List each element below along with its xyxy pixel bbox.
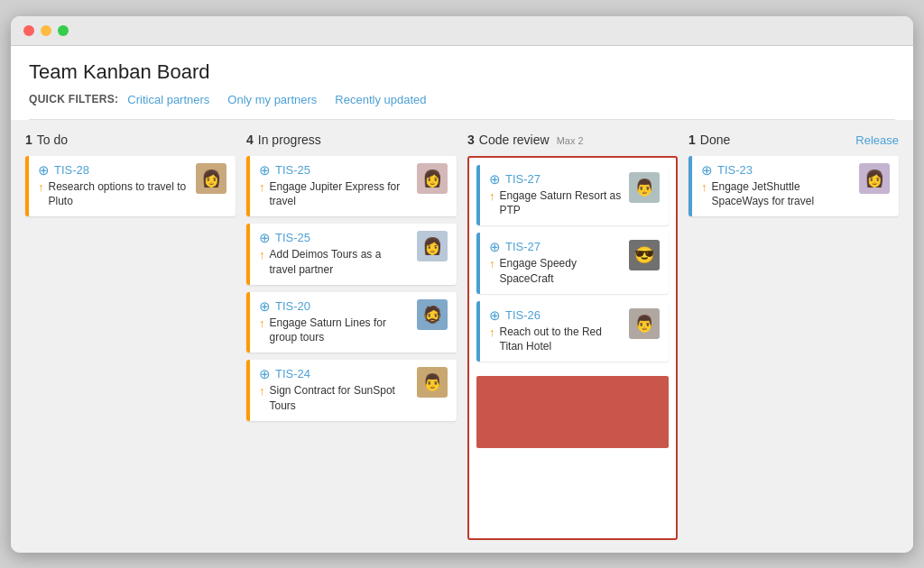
inprogress-count: 4 [246, 133, 254, 147]
card-title: Engage JetShuttle SpaceWays for travel [712, 179, 853, 210]
plus-icon: ⊕ [489, 308, 501, 322]
card-priority: ↑ Add Deimos Tours as a travel partner [259, 247, 410, 278]
card-title: Engage Jupiter Express for travel [270, 179, 411, 210]
card-tis-27a[interactable]: ⊕ TIS-27 ↑ Engage Saturn Resort as PTP 👨 [476, 165, 669, 226]
card-priority: ↑ Engage JetShuttle SpaceWays for travel [701, 179, 852, 210]
plus-icon: ⊕ [489, 240, 501, 253]
codereview-max: Max 2 [557, 135, 584, 146]
card-tis-26[interactable]: ⊕ TIS-26 ↑ Reach out to the Red Titan Ho… [476, 301, 669, 362]
card-id: TIS-26 [505, 308, 541, 322]
plus-icon: ⊕ [701, 163, 713, 177]
avatar: 👨 [629, 172, 660, 203]
priority-icon: ↑ [259, 316, 265, 330]
release-action[interactable]: Release [855, 133, 899, 147]
card-id-row: ⊕ TIS-28 [38, 163, 189, 177]
card-priority: ↑ Research options to travel to Pluto [38, 179, 189, 210]
card-id: TIS-27 [505, 240, 541, 253]
avatar: 👩 [417, 163, 448, 194]
card-tis-25a[interactable]: ⊕ TIS-25 ↑ Engage Jupiter Express for tr… [246, 156, 457, 217]
minimize-dot[interactable] [41, 25, 51, 36]
close-dot[interactable] [23, 25, 34, 36]
card-priority: ↑ Engage Jupiter Express for travel [259, 179, 410, 210]
plus-icon: ⊕ [259, 163, 271, 177]
card-tis-23[interactable]: ⊕ TIS-23 ↑ Engage JetShuttle SpaceWays f… [688, 156, 899, 217]
todo-count: 1 [25, 133, 32, 147]
column-codereview: 3 Code review Max 2 ⊕ TIS-27 ↑ [467, 133, 678, 540]
column-done-header: 1 Done Release [688, 133, 899, 147]
overflow-indicator [476, 376, 669, 448]
done-name: Done [700, 133, 730, 147]
quick-filters-bar: QUICK FILTERS: Critical partners Only my… [29, 93, 895, 120]
column-inprogress-header: 4 In progress [246, 133, 457, 147]
card-title: Research options to travel to Pluto [49, 179, 189, 210]
plus-icon: ⊕ [259, 299, 271, 313]
column-todo-header: 1 To do [25, 133, 236, 147]
avatar: 👩 [417, 231, 448, 261]
column-todo: 1 To do ⊕ TIS-28 ↑ Research options to t… [25, 133, 236, 540]
todo-cards: ⊕ TIS-28 ↑ Research options to travel to… [25, 156, 236, 540]
priority-icon: ↑ [489, 257, 495, 270]
todo-name: To do [37, 133, 68, 147]
card-id: TIS-25 [275, 231, 310, 244]
priority-icon: ↑ [38, 180, 44, 194]
card-tis-28-body: ⊕ TIS-28 ↑ Research options to travel to… [38, 163, 189, 210]
board-area: 1 To do ⊕ TIS-28 ↑ Research options to t… [11, 120, 913, 553]
card-title: Add Deimos Tours as a travel partner [270, 247, 411, 278]
avatar: 🧔 [417, 299, 448, 330]
codereview-name: Code review [479, 133, 550, 147]
avatar: 👩 [196, 163, 226, 194]
column-inprogress: 4 In progress ⊕ TIS-25 ↑ Engage Jupiter … [246, 133, 457, 540]
codereview-count: 3 [467, 133, 475, 147]
card-id: TIS-25 [275, 163, 310, 177]
card-priority: ↑ Engage Saturn Lines for group tours [259, 316, 410, 346]
card-id: TIS-27 [505, 172, 541, 186]
codereview-inner: ⊕ TIS-27 ↑ Engage Saturn Resort as PTP 👨 [467, 156, 678, 540]
priority-icon: ↑ [489, 189, 495, 203]
card-tis-25b[interactable]: ⊕ TIS-25 ↑ Add Deimos Tours as a travel … [246, 224, 457, 285]
card-title: Engage Speedy SpaceCraft [500, 256, 623, 287]
card-tis-28[interactable]: ⊕ TIS-28 ↑ Research options to travel to… [25, 156, 236, 217]
avatar: 👨 [629, 308, 660, 339]
filter-recently-updated[interactable]: Recently updated [335, 93, 426, 106]
card-id: TIS-23 [717, 163, 753, 177]
maximize-dot[interactable] [58, 25, 69, 36]
avatar: 👩 [859, 163, 890, 194]
plus-icon: ⊕ [259, 367, 271, 380]
codereview-cards: ⊕ TIS-27 ↑ Engage Saturn Resort as PTP 👨 [476, 165, 669, 531]
column-done: 1 Done Release ⊕ TIS-23 ↑ Engage JetShut… [688, 133, 899, 540]
priority-icon: ↑ [701, 180, 707, 194]
titlebar [11, 16, 913, 46]
board-title: Team Kanban Board [29, 60, 895, 84]
card-priority: ↑ Engage Speedy SpaceCraft [489, 256, 622, 287]
card-tis-20[interactable]: ⊕ TIS-20 ↑ Engage Saturn Lines for group… [246, 292, 457, 353]
avatar: 👨 [417, 367, 448, 398]
card-priority: ↑ Engage Saturn Resort as PTP [489, 188, 622, 219]
card-title: Reach out to the Red Titan Hotel [500, 325, 623, 355]
filter-only-my-partners[interactable]: Only my partners [227, 93, 317, 106]
avatar: 😎 [629, 240, 660, 270]
plus-icon: ⊕ [489, 172, 501, 186]
priority-icon: ↑ [489, 325, 495, 339]
card-priority: ↑ Reach out to the Red Titan Hotel [489, 325, 622, 355]
inprogress-name: In progress [258, 133, 321, 147]
card-title: Engage Saturn Lines for group tours [270, 316, 411, 346]
kanban-window: Team Kanban Board QUICK FILTERS: Critica… [11, 16, 913, 553]
column-codereview-header: 3 Code review Max 2 [467, 133, 678, 147]
card-tis-24[interactable]: ⊕ TIS-24 ↑ Sign Contract for SunSpot Tou… [246, 360, 457, 421]
card-title: Sign Contract for SunSpot Tours [270, 383, 411, 414]
priority-icon: ↑ [259, 384, 265, 398]
inprogress-cards: ⊕ TIS-25 ↑ Engage Jupiter Express for tr… [246, 156, 457, 540]
card-id: TIS-20 [275, 299, 310, 313]
card-tis-27b[interactable]: ⊕ TIS-27 ↑ Engage Speedy SpaceCraft 😎 [476, 233, 669, 294]
card-title: Engage Saturn Resort as PTP [500, 188, 623, 219]
priority-icon: ↑ [259, 248, 265, 261]
priority-icon: ↑ [259, 180, 265, 194]
card-priority: ↑ Sign Contract for SunSpot Tours [259, 383, 410, 414]
done-cards: ⊕ TIS-23 ↑ Engage JetShuttle SpaceWays f… [688, 156, 899, 540]
plus-icon: ⊕ [38, 163, 50, 177]
main-content: Team Kanban Board QUICK FILTERS: Critica… [11, 46, 913, 120]
card-id: TIS-28 [54, 163, 89, 177]
card-id: TIS-24 [275, 367, 310, 380]
filter-critical-partners[interactable]: Critical partners [127, 93, 209, 106]
quick-filters-label: QUICK FILTERS: [29, 93, 118, 105]
